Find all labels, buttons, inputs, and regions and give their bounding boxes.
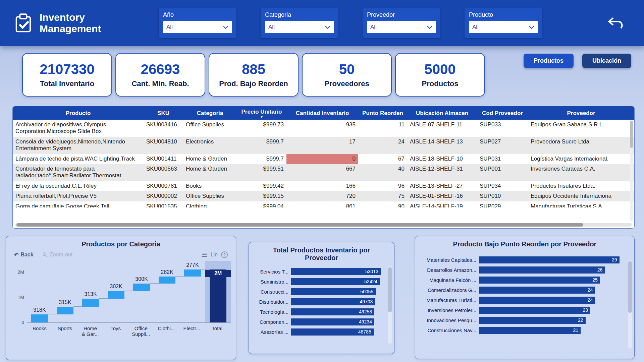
- bar-row[interactable]: Inversiones Petroler...23: [420, 305, 624, 315]
- waterfall-bar[interactable]: [108, 291, 124, 299]
- legend-list-icon[interactable]: [202, 252, 207, 257]
- table-cell: 75: [358, 191, 407, 201]
- bar-value-label: 315K: [52, 299, 78, 305]
- bar[interactable]: 24: [479, 287, 595, 294]
- bar[interactable]: 24: [479, 297, 595, 304]
- waterfall-bar[interactable]: [82, 299, 99, 306]
- bar-category-label: Manufacturas Turísti...: [420, 297, 479, 303]
- bar-track: 21: [479, 327, 624, 334]
- table-cell: $999.51: [237, 164, 286, 181]
- table-horizontal-scrollbar[interactable]: [15, 223, 632, 227]
- table-cell: Books: [183, 181, 237, 191]
- chart-title: Productos por Categoria: [6, 240, 236, 248]
- bar-row[interactable]: Distribuidor...49703: [254, 297, 384, 307]
- bar-row[interactable]: Comercializadora G...24: [420, 285, 624, 295]
- bar[interactable]: 48785: [291, 328, 374, 336]
- waterfall-bar[interactable]: [159, 277, 175, 284]
- bar[interactable]: 26: [479, 266, 605, 274]
- table-cell: SKU000563: [144, 164, 183, 181]
- bar-row[interactable]: Servicios T...53013: [254, 266, 384, 277]
- bar-row[interactable]: Maquinaria Falcón ...25: [420, 275, 624, 285]
- filter-categoria-dropdown[interactable]: All: [265, 21, 334, 33]
- bar-category-label: Construcci...: [254, 289, 291, 295]
- table-row[interactable]: Pluma rollerball,Pilot,Precise V5SKU0000…: [13, 191, 634, 201]
- bar[interactable]: 21: [479, 327, 581, 334]
- zoom-out-label: Zoom-out: [50, 252, 72, 258]
- waterfall-bar[interactable]: [210, 269, 226, 322]
- zoom-out-button[interactable]: Zoom-out: [42, 252, 72, 258]
- help-icon[interactable]: ?: [221, 251, 228, 258]
- bar-row[interactable]: Construcciones Nav...21: [420, 325, 624, 335]
- filter-value: All: [166, 24, 173, 31]
- table-row[interactable]: Controlador de termostato para radiador,…: [13, 164, 634, 181]
- table-cell: AISLE-14-SHELF-13: [407, 137, 477, 154]
- bar-row[interactable]: Asesorías ...48785: [254, 327, 384, 337]
- table-row[interactable]: Archivador de diapositivas,Olympus Corpo…: [13, 120, 634, 137]
- scrollbar-thumb[interactable]: [630, 121, 633, 148]
- column-header-ubicacion-almacen[interactable]: Ubicación Almacen: [407, 106, 477, 120]
- bar-row[interactable]: Tecnología...49258: [254, 307, 384, 317]
- table-cell: AISLE-01-SHELF-16: [407, 191, 477, 201]
- ubicacion-tab-button[interactable]: Ubicación: [582, 54, 631, 68]
- bar[interactable]: 53013: [291, 268, 381, 275]
- bar-row[interactable]: Innovaciones Pesqu...22: [420, 315, 624, 325]
- back-navigation-icon[interactable]: [607, 16, 624, 30]
- scrollbar-thumb[interactable]: [388, 267, 392, 312]
- column-header-cantidad-inventario[interactable]: Cantidad Inventario: [286, 106, 358, 120]
- bar-row[interactable]: Materiales Capitales...29: [420, 255, 624, 265]
- bar-row[interactable]: Desarrollos Amazon...26: [420, 265, 624, 275]
- bar-row[interactable]: Manufacturas Turísti...24: [420, 295, 624, 305]
- waterfall-toolbar: ↶ Back Zoom-out Lin ?: [14, 251, 228, 258]
- waterfall-bar[interactable]: [57, 307, 73, 315]
- chart-vertical-scrollbar[interactable]: [628, 260, 632, 349]
- bar-category-label: Inversiones Petroler...: [420, 307, 479, 313]
- bar[interactable]: 23: [479, 307, 590, 314]
- back-button[interactable]: ↶ Back: [14, 252, 34, 258]
- column-header-proveedor[interactable]: Proveedor: [528, 106, 634, 120]
- table-row[interactable]: El rey de la oscuridad,C.L. RileySKU0007…: [13, 181, 634, 191]
- clipboard-check-logo-icon: [13, 12, 34, 34]
- kpi-value: 885: [242, 61, 265, 77]
- x-axis-category-label: Sports: [52, 325, 78, 337]
- column-header-producto[interactable]: Producto: [13, 106, 144, 120]
- filter-producto-dropdown[interactable]: All: [469, 21, 538, 33]
- bar[interactable]: 50055: [291, 288, 376, 295]
- bar-category-label: Materiales Capitales...: [420, 257, 479, 263]
- waterfall-bar[interactable]: [184, 269, 201, 277]
- column-header-sku[interactable]: SKU: [144, 106, 183, 120]
- table-row[interactable]: Lámpara de techo de pista,WAC Lighting,T…: [13, 154, 634, 164]
- waterfall-connector: [150, 283, 159, 284]
- waterfall-bar[interactable]: [31, 314, 48, 322]
- filter-ano-dropdown[interactable]: All: [163, 21, 232, 33]
- bar-row[interactable]: Suministro...52424: [254, 277, 384, 287]
- productos-tab-button[interactable]: Productos: [524, 54, 574, 68]
- bar-row[interactable]: Componen...49234: [254, 317, 384, 327]
- scrollbar-thumb[interactable]: [16, 223, 583, 227]
- kpi-label: Cant. Mín. Reab.: [131, 79, 189, 88]
- column-header-categoria[interactable]: Categoria: [183, 106, 237, 120]
- bar[interactable]: 49234: [291, 318, 374, 325]
- scrollbar-thumb[interactable]: [628, 261, 632, 313]
- chart-vertical-scrollbar[interactable]: [388, 266, 392, 344]
- table-row[interactable]: Consola de videojuegos,Nintendo,Nintendo…: [13, 137, 634, 154]
- filter-ano: Año All: [159, 8, 236, 38]
- bar[interactable]: 22: [479, 317, 586, 324]
- table-cell: 166: [286, 181, 358, 191]
- x-axis-category-label: Books: [27, 325, 52, 337]
- waterfall-plot: 01M2M318K315K313K302K300K282K277K2M: [27, 267, 231, 323]
- waterfall-bar[interactable]: [133, 284, 150, 291]
- bar-row[interactable]: Construcci...50055: [254, 287, 384, 297]
- column-header-punto-reorden[interactable]: Punto Reorden: [358, 106, 407, 120]
- bar[interactable]: 25: [479, 277, 600, 284]
- table-vertical-scrollbar[interactable]: [630, 120, 633, 221]
- bar[interactable]: 49703: [291, 298, 375, 305]
- filter-proveedor-dropdown[interactable]: All: [367, 21, 436, 33]
- bar[interactable]: 52424: [291, 278, 380, 285]
- bar[interactable]: 49258: [291, 308, 374, 315]
- bar[interactable]: 29: [479, 256, 620, 263]
- column-header-precio-unitario[interactable]: Precio Unitario: [237, 106, 286, 120]
- bar-category-label: Tecnología...: [254, 309, 291, 315]
- table-row[interactable]: Gorra de camuflaje,Goose Creek,Tall...SK…: [13, 201, 634, 209]
- legend-label[interactable]: Lin: [211, 252, 218, 258]
- column-header-cod-proveedor[interactable]: Cod Proveedor: [477, 106, 528, 120]
